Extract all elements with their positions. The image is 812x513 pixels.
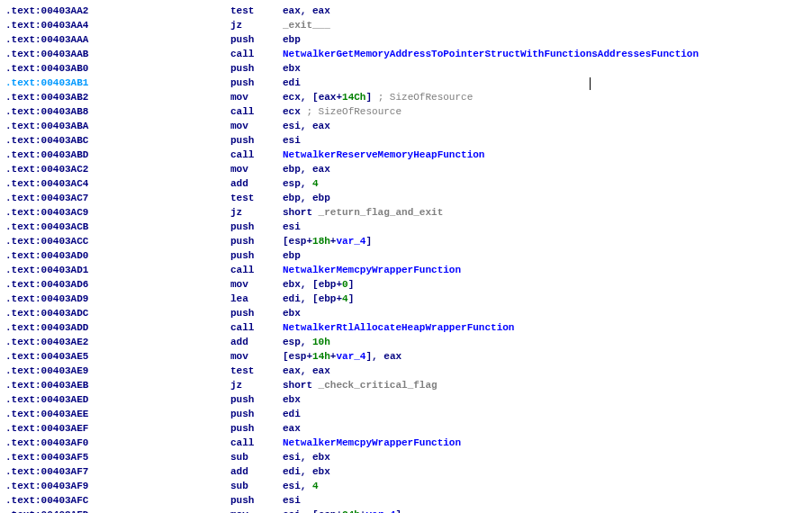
- disassembly-line[interactable]: .text:00403AD1callNetwalkerMemcpyWrapper…: [5, 263, 812, 277]
- symbol-ref[interactable]: NetwalkerGetMemoryAddressToPointerStruct…: [283, 49, 699, 59]
- disassembly-line[interactable]: .text:00403AD6movebx, [ebp+0]: [5, 277, 812, 292]
- disassembly-line[interactable]: .text:00403ABDcallNetwalkerReserveMemory…: [5, 148, 812, 162]
- mnemonic: lea: [230, 292, 283, 306]
- register: short: [283, 380, 319, 391]
- symbol-ref[interactable]: NetwalkerRtlAllocateHeapWrapperFunction: [283, 322, 514, 333]
- number-literal: 10h: [312, 337, 330, 347]
- disassembly-listing[interactable]: .text:00403AA2testeax, eax.text:00403AA4…: [0, 0, 812, 513]
- disassembly-line[interactable]: .text:00403ABAmovesi, eax: [5, 119, 812, 133]
- disassembly-line[interactable]: .text:00403AEEpushedi: [5, 407, 812, 421]
- address: .text:00403AF9: [5, 479, 230, 493]
- address: .text:00403AD6: [5, 277, 230, 292]
- mnemonic: push: [230, 133, 283, 148]
- punct: ,: [301, 452, 312, 463]
- punct: , [: [301, 293, 319, 304]
- operands: [esp+18h+var_4]: [283, 234, 812, 248]
- mnemonic: call: [230, 263, 283, 277]
- disassembly-line[interactable]: .text:00403AE2addesp, 10h: [5, 335, 812, 349]
- disassembly-line[interactable]: .text:00403AF0callNetwalkerMemcpyWrapper…: [5, 436, 812, 450]
- operands: eax, eax: [283, 364, 812, 378]
- disassembly-line[interactable]: .text:00403AF5subesi, ebx: [5, 450, 812, 464]
- disassembly-line[interactable]: .text:00403AD0pushebp: [5, 248, 812, 263]
- disassembly-line[interactable]: .text:00403AFCpushesi: [5, 493, 812, 508]
- operands: short _return_flag_and_exit: [283, 205, 812, 220]
- mnemonic: jz: [230, 18, 283, 32]
- register: ebx: [312, 452, 330, 463]
- disassembly-line[interactable]: .text:00403AE5mov[esp+14h+var_4], eax: [5, 349, 812, 364]
- disassembly-line[interactable]: .text:00403AC4addesp, 4: [5, 176, 812, 191]
- register: ebp: [312, 193, 330, 203]
- comment: ; SizeOfResource: [306, 106, 401, 117]
- disassembly-line[interactable]: .text:00403AF7addedi, ebx: [5, 464, 812, 479]
- punct: ]: [395, 509, 401, 513]
- disassembly-line[interactable]: .text:00403AE9testeax, eax: [5, 364, 812, 378]
- address: .text:00403AE9: [5, 364, 230, 378]
- operands: [esp+14h+var_4], eax: [283, 349, 812, 364]
- disassembly-line[interactable]: .text:00403AAApushebp: [5, 32, 812, 47]
- disassembly-line[interactable]: .text:00403AB8callecx ; SizeOfResource: [5, 104, 812, 119]
- register: ebx: [312, 466, 330, 477]
- mnemonic: call: [230, 104, 283, 119]
- address: .text:00403AF5: [5, 450, 230, 464]
- address: .text:00403AC2: [5, 162, 230, 176]
- operands: esp, 10h: [283, 335, 812, 349]
- disassembly-line[interactable]: .text:00403AFDmovesi, [esp+24h+var_4]: [5, 508, 812, 513]
- punct: ]: [365, 92, 377, 103]
- mnemonic: test: [230, 364, 283, 378]
- symbol-ref[interactable]: var_4: [336, 351, 365, 362]
- operands: esi, ebx: [283, 450, 812, 464]
- symbol-ref[interactable]: var_4: [336, 236, 365, 247]
- disassembly-line[interactable]: .text:00403AC2movebp, eax: [5, 162, 812, 176]
- disassembly-line[interactable]: .text:00403ABCpushesi: [5, 133, 812, 148]
- disassembly-line[interactable]: .text:00403AC9jzshort _return_flag_and_e…: [5, 205, 812, 220]
- mnemonic: mov: [230, 162, 283, 176]
- register: ebx: [283, 279, 301, 290]
- punct: ,: [301, 337, 312, 347]
- address: .text:00403AE2: [5, 335, 230, 349]
- operands: ebx, [ebp+0]: [283, 277, 812, 292]
- address: .text:00403AF7: [5, 464, 230, 479]
- label-ref[interactable]: _return_flag_and_exit: [319, 207, 444, 218]
- mnemonic: jz: [230, 205, 283, 220]
- address: .text:00403AB8: [5, 104, 230, 119]
- disassembly-line[interactable]: .text:00403ADCpushebx: [5, 306, 812, 320]
- address: .text:00403AB1: [5, 76, 230, 90]
- disassembly-line[interactable]: .text:00403AEFpusheax: [5, 421, 812, 436]
- operands: NetwalkerRtlAllocateHeapWrapperFunction: [283, 320, 812, 335]
- operands: NetwalkerReserveMemoryHeapFunction: [283, 148, 812, 162]
- operands: short _check_critical_flag: [283, 378, 812, 392]
- address: .text:00403AFD: [5, 508, 230, 513]
- disassembly-line[interactable]: .text:00403AEDpushebx: [5, 392, 812, 407]
- label-ref[interactable]: _exit___: [283, 20, 330, 31]
- disassembly-line[interactable]: .text:00403AABcallNetwalkerGetMemoryAddr…: [5, 47, 812, 61]
- disassembly-line[interactable]: .text:00403AB0pushebx: [5, 61, 812, 76]
- address: .text:00403ADD: [5, 320, 230, 335]
- disassembly-line[interactable]: .text:00403ACCpush[esp+18h+var_4]: [5, 234, 812, 248]
- disassembly-line[interactable]: .text:00403AEBjzshort _check_critical_fl…: [5, 378, 812, 392]
- disassembly-line[interactable]: .text:00403ADDcallNetwalkerRtlAllocateHe…: [5, 320, 812, 335]
- register: eax: [312, 5, 330, 16]
- register: eax: [283, 365, 301, 376]
- punct: , [: [301, 509, 319, 513]
- disassembly-line[interactable]: .text:00403AB2movecx, [eax+14Ch] ; SizeO…: [5, 90, 812, 104]
- disassembly-line[interactable]: .text:00403ACBpushesi: [5, 220, 812, 234]
- disassembly-line[interactable]: .text:00403AB1pushedi: [5, 76, 812, 90]
- symbol-ref[interactable]: NetwalkerMemcpyWrapperFunction: [283, 265, 461, 275]
- disassembly-line[interactable]: .text:00403AA4jz_exit___: [5, 18, 812, 32]
- symbol-ref[interactable]: NetwalkerReserveMemoryHeapFunction: [283, 149, 484, 160]
- symbol-ref[interactable]: var_4: [365, 509, 395, 513]
- address: .text:00403AA2: [5, 4, 230, 18]
- mnemonic: push: [230, 493, 283, 508]
- punct: [: [283, 236, 289, 247]
- disassembly-line[interactable]: .text:00403AD9leaedi, [ebp+4]: [5, 292, 812, 306]
- disassembly-line[interactable]: .text:00403AC7testebp, ebp: [5, 191, 812, 205]
- operands: ebx: [283, 392, 812, 407]
- disassembly-line[interactable]: .text:00403AF9subesi, 4: [5, 479, 812, 493]
- label-ref[interactable]: _check_critical_flag: [319, 380, 438, 391]
- operands: NetwalkerMemcpyWrapperFunction: [283, 436, 812, 450]
- register: short: [283, 207, 319, 218]
- disassembly-line[interactable]: .text:00403AA2testeax, eax: [5, 4, 812, 18]
- symbol-ref[interactable]: NetwalkerMemcpyWrapperFunction: [283, 437, 461, 448]
- punct: [: [283, 351, 289, 362]
- address: .text:00403AC4: [5, 176, 230, 191]
